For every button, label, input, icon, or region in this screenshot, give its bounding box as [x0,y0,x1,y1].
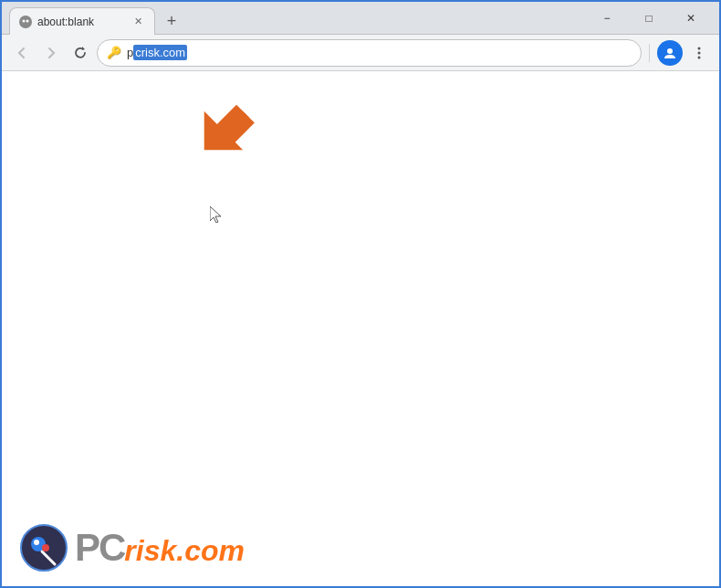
window-controls: − □ ✕ [586,5,712,32]
svg-marker-11 [210,206,221,223]
profile-button[interactable] [657,40,683,66]
address-highlighted: crisk.com [133,45,187,60]
svg-point-15 [42,544,49,551]
address-text[interactable]: pcrisk.com [127,46,632,59]
back-button[interactable] [9,40,35,66]
mouse-cursor [210,206,223,226]
orange-arrow [184,85,276,180]
reload-button[interactable] [68,40,93,66]
svg-point-7 [698,56,701,58]
svg-point-0 [21,17,30,26]
svg-point-2 [26,19,29,22]
lock-icon: 🔑 [107,46,121,59]
watermark-risk: risk.com [124,534,245,568]
maximize-button[interactable]: □ [628,5,670,32]
svg-marker-10 [185,92,263,170]
svg-marker-3 [82,47,85,50]
svg-point-5 [698,47,701,49]
active-tab[interactable]: about:blank ✕ [9,7,155,35]
tab-title: about:blank [37,16,125,28]
profile-icon [663,46,677,60]
menu-icon [692,46,706,60]
forward-button[interactable] [38,40,64,66]
watermark: PC risk.com [20,524,245,572]
svg-point-4 [667,48,673,54]
new-tab-button[interactable]: + [159,8,184,34]
title-bar: about:blank ✕ + − □ ✕ [2,2,719,35]
forward-icon [44,46,58,60]
svg-point-14 [34,540,39,545]
watermark-text: PC risk.com [75,526,245,570]
reload-icon [73,46,88,60]
address-bar[interactable]: 🔑 pcrisk.com [97,39,642,67]
nav-divider [649,44,650,62]
nav-bar: 🔑 pcrisk.com [2,35,719,71]
watermark-pc: PC [75,526,124,570]
back-icon [15,46,29,60]
svg-point-1 [23,19,26,22]
close-button[interactable]: ✕ [670,5,712,32]
content-area: PC risk.com [2,71,719,588]
svg-point-6 [698,51,701,54]
tab-area: about:blank ✕ + [9,2,586,34]
tab-favicon [19,16,32,28]
menu-button[interactable] [686,40,712,66]
minimize-button[interactable]: − [586,5,628,32]
pcrisk-logo-icon [20,524,68,572]
tab-close-button[interactable]: ✕ [131,15,145,29]
